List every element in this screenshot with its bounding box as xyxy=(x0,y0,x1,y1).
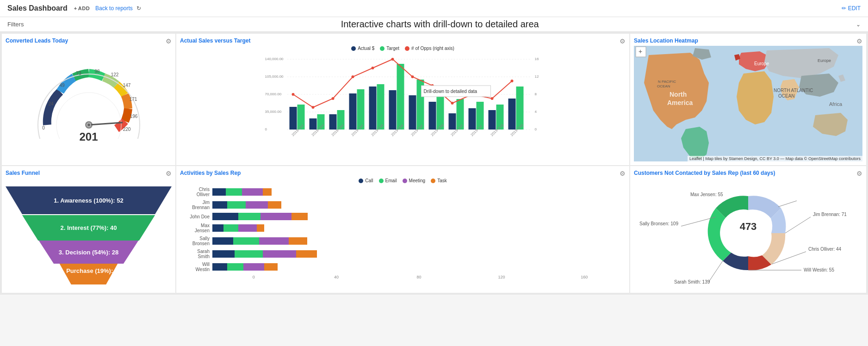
svg-text:+: + xyxy=(639,48,642,55)
legend-actual-dot xyxy=(351,46,356,51)
svg-text:0: 0 xyxy=(535,127,537,131)
svg-rect-40 xyxy=(377,84,384,130)
svg-text:98: 98 xyxy=(94,69,100,74)
svg-point-61 xyxy=(411,75,414,78)
svg-text:105,000.00: 105,000.00 xyxy=(265,74,284,79)
hbar-row-jim: JimBrennan xyxy=(180,200,626,210)
funnel-container: 1. Awareness (100%): 52 2. Interest (77%… xyxy=(6,181,172,289)
gauge-value: 201 xyxy=(79,130,98,143)
filters-chevron-icon[interactable]: ⌄ xyxy=(856,21,861,28)
svg-rect-43 xyxy=(409,95,416,130)
svg-point-66 xyxy=(511,80,514,82)
activities-legend: Call Email Meeting Task xyxy=(180,178,626,183)
legend-target-dot xyxy=(380,46,384,51)
filters-label[interactable]: Filters xyxy=(7,21,24,28)
hbar-row-john: John Doe xyxy=(180,213,626,220)
legend-actual: Actual $ xyxy=(351,46,374,51)
header: Sales Dashboard + ADD Back to reports ↻ … xyxy=(0,0,868,17)
svg-text:8: 8 xyxy=(535,92,537,96)
svg-point-60 xyxy=(391,58,394,61)
svg-text:Sally Bronsen: 109: Sally Bronsen: 109 xyxy=(639,221,678,226)
funnel-level-interest: 2. Interest (77%): 40 xyxy=(22,215,155,241)
svg-point-59 xyxy=(372,67,374,69)
legend-opps: # of Opps (right axis) xyxy=(405,46,454,51)
gauge-container: 0 24 49 73 98 122 147 171 196 220 201 xyxy=(6,44,172,146)
sales-chart-settings-icon[interactable]: ⚙ xyxy=(620,37,626,45)
svg-text:Sarah Smith: 139: Sarah Smith: 139 xyxy=(674,279,710,284)
svg-point-63 xyxy=(451,102,454,105)
dashboard-grid: Converted Leads Today ⚙ xyxy=(0,32,868,295)
gauge-title[interactable]: Converted Leads Today xyxy=(6,37,68,44)
svg-rect-53 xyxy=(508,99,516,130)
map-container: North America NORTH ATLANTIC OCEAN N PAC… xyxy=(634,46,862,161)
funnel-level-purchase: 4. Purchase (19%): 10 xyxy=(60,264,118,284)
hbar-row-max: MaxJensen xyxy=(180,223,626,233)
sales-chart-title[interactable]: Actual Sales versus Target xyxy=(180,37,251,44)
svg-rect-47 xyxy=(449,113,456,130)
svg-text:N PACIFIC: N PACIFIC xyxy=(658,80,676,84)
svg-text:122: 122 xyxy=(111,72,118,77)
hbar-row-chris: ChrisOlliver xyxy=(180,187,626,197)
svg-text:12: 12 xyxy=(535,74,539,79)
svg-rect-49 xyxy=(469,108,476,130)
svg-line-95 xyxy=(778,201,797,207)
svg-text:Europe: Europe xyxy=(754,61,769,66)
activities-title[interactable]: Activities by Sales Rep xyxy=(180,170,241,176)
svg-point-57 xyxy=(332,97,335,100)
legend-target: Target xyxy=(380,46,399,51)
sales-chart-legend: Actual $ Target # of Opps (right axis) xyxy=(180,46,626,51)
svg-line-103 xyxy=(709,261,723,282)
svg-text:America: America xyxy=(667,99,693,106)
svg-rect-42 xyxy=(397,64,404,130)
funnel-panel: Sales Funnel ⚙ 1. Awareness (100%): 52 2… xyxy=(2,166,175,293)
hbar-container: ChrisOlliver JimBrennan xyxy=(180,187,626,279)
svg-line-97 xyxy=(785,217,811,233)
back-to-reports-link[interactable]: Back to reports xyxy=(95,5,133,12)
activities-settings-icon[interactable]: ⚙ xyxy=(620,170,626,177)
hbar-axis: 0 40 80 120 160 xyxy=(212,275,626,279)
svg-text:140,000.00: 140,000.00 xyxy=(265,57,284,61)
gauge-svg: 0 24 49 73 98 122 147 171 196 220 xyxy=(24,51,154,139)
map-attribution: Leaflet | Map tiles by Stamen Design, CC… xyxy=(688,156,862,161)
svg-text:Chris Olliver: 44: Chris Olliver: 44 xyxy=(808,247,842,252)
gauge-panel: Converted Leads Today ⚙ xyxy=(2,34,175,165)
sales-chart-panel: Actual Sales versus Target ⚙ Actual $ Ta… xyxy=(176,34,629,165)
customers-title[interactable]: Customers Not Contacted by Sales Rep (la… xyxy=(634,170,775,176)
svg-text:473: 473 xyxy=(740,221,757,232)
svg-text:Will Westin: 55: Will Westin: 55 xyxy=(804,267,834,272)
map-svg: North America NORTH ATLANTIC OCEAN N PAC… xyxy=(634,46,862,161)
svg-text:220: 220 xyxy=(123,127,130,132)
svg-rect-39 xyxy=(369,86,377,130)
svg-text:OCEAN: OCEAN xyxy=(778,93,795,99)
svg-text:Jim Brennan: 71: Jim Brennan: 71 xyxy=(813,212,847,217)
svg-text:Max Jensen: 55: Max Jensen: 55 xyxy=(690,192,723,197)
svg-text:NORTH ATLANTIC: NORTH ATLANTIC xyxy=(774,88,813,93)
svg-rect-51 xyxy=(489,110,496,130)
svg-text:Drill-down to detailed data: Drill-down to detailed data xyxy=(424,89,477,94)
donut-wrapper: 473 Max Jensen: 55 Jim Brennan: 71 Chris… xyxy=(634,180,862,288)
heatmap-settings-icon[interactable]: ⚙ xyxy=(856,37,862,45)
sales-chart-area: 140,000.00 105,000.00 70,000.00 35,000.0… xyxy=(180,51,626,159)
customers-settings-icon[interactable]: ⚙ xyxy=(856,170,862,177)
svg-text:196: 196 xyxy=(130,114,137,119)
svg-rect-33 xyxy=(310,118,317,130)
hbar-row-sally: SallyBronsen xyxy=(180,236,626,246)
svg-text:49: 49 xyxy=(59,83,65,88)
refresh-icon[interactable]: ↻ xyxy=(136,5,141,12)
funnel-settings-icon[interactable]: ⚙ xyxy=(166,170,172,177)
svg-text:35,000.00: 35,000.00 xyxy=(265,110,282,114)
svg-text:171: 171 xyxy=(129,97,137,102)
funnel-title[interactable]: Sales Funnel xyxy=(6,170,40,176)
svg-point-56 xyxy=(312,106,315,109)
sales-chart-svg: 140,000.00 105,000.00 70,000.00 35,000.0… xyxy=(180,51,626,157)
svg-rect-35 xyxy=(329,114,337,130)
page-title: Sales Dashboard xyxy=(7,4,68,12)
edit-button[interactable]: ✏ EDIT xyxy=(842,5,861,12)
svg-text:North: North xyxy=(670,91,687,98)
heatmap-title[interactable]: Sales Location Heatmap xyxy=(634,37,698,44)
svg-text:Europe: Europe xyxy=(818,58,831,63)
svg-rect-37 xyxy=(349,93,357,130)
funnel-level-awareness: 1. Awareness (100%): 52 xyxy=(6,186,172,214)
add-button[interactable]: + ADD xyxy=(73,6,90,11)
svg-text:OCEAN: OCEAN xyxy=(657,84,670,88)
